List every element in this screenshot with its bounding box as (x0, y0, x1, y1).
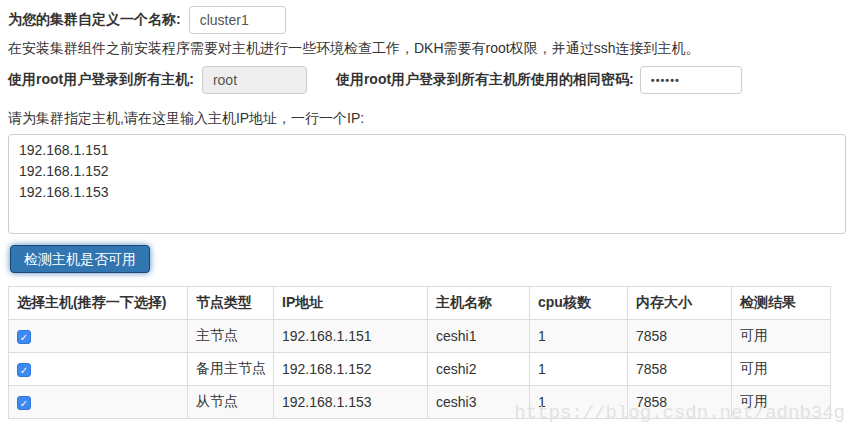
host-table-header-cell: 节点类型 (188, 287, 274, 320)
host-table-header-cell: 内存大小 (628, 287, 732, 320)
cluster-name-row: 为您的集群自定义一个名称: (8, 6, 846, 34)
cluster-name-label: 为您的集群自定义一个名称: (8, 11, 181, 29)
host-check-table: 选择主机(推荐一下选择)节点类型IP地址主机名称cpu核数内存大小检测结果 ✓主… (8, 286, 831, 419)
host-table-header-cell: 检测结果 (732, 287, 831, 320)
host-select-cell: ✓ (9, 386, 188, 419)
host-select-cell: ✓ (9, 320, 188, 353)
host-node_type-cell: 从节点 (188, 386, 274, 419)
host-table-body: ✓主节点192.168.1.151ceshi117858可用✓备用主节点192.… (9, 320, 831, 419)
host-result-cell: 可用 (732, 320, 831, 353)
host-table-header-row: 选择主机(推荐一下选择)节点类型IP地址主机名称cpu核数内存大小检测结果 (9, 287, 831, 320)
hosts-ip-textarea[interactable]: 192.168.1.151 192.168.1.152 192.168.1.15… (8, 134, 846, 234)
cluster-setup-page: 为您的集群自定义一个名称: 在安装集群组件之前安装程序需要对主机进行一些环境检查… (0, 0, 854, 425)
host-ip-cell: 192.168.1.151 (274, 320, 428, 353)
login-credentials-row: 使用root用户登录到所有主机: 使用root用户登录到所有主机所使用的相同密码… (8, 66, 846, 94)
host-hostname-cell: ceshi2 (428, 353, 530, 386)
host-select-checkbox[interactable]: ✓ (17, 330, 31, 344)
cluster-name-input[interactable] (189, 6, 286, 34)
host-table-header-cell: cpu核数 (530, 287, 628, 320)
host-memory-cell: 7858 (628, 320, 732, 353)
host-table-header-cell: 选择主机(推荐一下选择) (9, 287, 188, 320)
host-node_type-cell: 备用主节点 (188, 353, 274, 386)
intro-text: 在安装集群组件之前安装程序需要对主机进行一些环境检查工作，DKH需要有root权… (8, 40, 846, 58)
host-memory-cell: 7858 (628, 353, 732, 386)
root-user-input (202, 66, 307, 94)
table-row: ✓主节点192.168.1.151ceshi117858可用 (9, 320, 831, 353)
host-node_type-cell: 主节点 (188, 320, 274, 353)
host-select-checkbox[interactable]: ✓ (17, 363, 31, 377)
host-table-header: 选择主机(推荐一下选择)节点类型IP地址主机名称cpu核数内存大小检测结果 (9, 287, 831, 320)
host-table-header-cell: IP地址 (274, 287, 428, 320)
host-select-checkbox[interactable]: ✓ (17, 396, 31, 410)
host-cpu-cell: 1 (530, 353, 628, 386)
password-input[interactable] (640, 66, 742, 94)
table-row: ✓从节点192.168.1.153ceshi317858可用 (9, 386, 831, 419)
check-hosts-button[interactable]: 检测主机是否可用 (10, 245, 150, 273)
host-ip-cell: 192.168.1.152 (274, 353, 428, 386)
host-result-cell: 可用 (732, 386, 831, 419)
host-select-cell: ✓ (9, 353, 188, 386)
host-hostname-cell: ceshi3 (428, 386, 530, 419)
password-label: 使用root用户登录到所有主机所使用的相同密码: (336, 71, 634, 89)
host-result-cell: 可用 (732, 353, 831, 386)
host-cpu-cell: 1 (530, 386, 628, 419)
root-user-label: 使用root用户登录到所有主机: (8, 71, 194, 89)
host-memory-cell: 7858 (628, 386, 732, 419)
host-ip-cell: 192.168.1.153 (274, 386, 428, 419)
table-row: ✓备用主节点192.168.1.152ceshi217858可用 (9, 353, 831, 386)
host-table-header-cell: 主机名称 (428, 287, 530, 320)
host-cpu-cell: 1 (530, 320, 628, 353)
host-hostname-cell: ceshi1 (428, 320, 530, 353)
hosts-label: 请为集群指定主机,请在这里输入主机IP地址，一行一个IP: (8, 110, 846, 128)
